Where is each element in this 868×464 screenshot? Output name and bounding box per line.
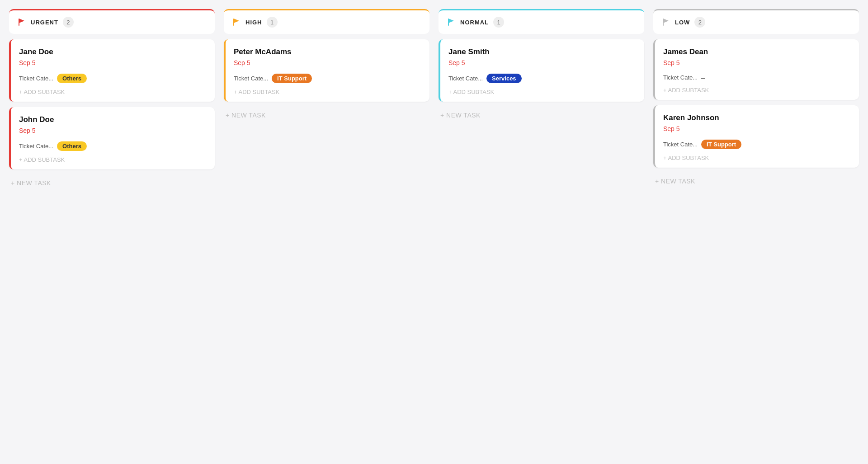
add-subtask-button[interactable]: + ADD SUBTASK [448,89,636,95]
svg-rect-3 [233,19,234,26]
card-high-0: Peter McAdamsSep 5Ticket Cate...IT Suppo… [224,39,429,102]
flag-icon-low [661,18,670,27]
card-name: Karen Johnson [663,113,851,122]
card-category: Ticket Cate...Others [19,74,207,83]
card-normal-0: Jane SmithSep 5Ticket Cate...Services+ A… [439,39,644,102]
column-count-high: 1 [267,17,278,28]
svg-rect-5 [448,19,449,26]
column-low: LOW2James DeanSep 5Ticket Cate...–+ ADD … [653,9,859,191]
flag-icon-high [232,18,241,27]
add-subtask-button[interactable]: + ADD SUBTASK [19,89,207,95]
card-category: Ticket Cate...Services [448,74,636,83]
card-name: Jane Smith [448,47,636,56]
add-subtask-button[interactable]: + ADD SUBTASK [663,87,851,94]
category-label: Ticket Cate... [663,74,698,81]
card-name: Jane Doe [19,47,207,56]
card-category: Ticket Cate...Others [19,141,207,151]
card-name: Peter McAdams [234,47,421,56]
card-date: Sep 5 [234,59,421,66]
column-urgent: URGENT2Jane DoeSep 5Ticket Cate...Others… [9,9,215,191]
category-badge[interactable]: Services [486,74,522,83]
card-date: Sep 5 [19,59,207,66]
card-name: John Doe [19,115,207,124]
column-header-urgent: URGENT2 [9,9,215,34]
card-urgent-0: Jane DoeSep 5Ticket Cate...Others+ ADD S… [9,39,215,102]
column-title-low: LOW [675,19,690,26]
column-count-normal: 1 [493,17,504,28]
column-title-urgent: URGENT [31,19,58,26]
new-task-button-normal[interactable]: + NEW TASK [439,107,644,123]
new-task-button-low[interactable]: + NEW TASK [653,173,859,189]
column-header-high: HIGH1 [224,9,429,34]
category-badge[interactable]: IT Support [272,74,312,83]
category-empty: – [701,74,705,81]
card-category: Ticket Cate...IT Support [234,74,421,83]
category-badge[interactable]: IT Support [701,140,741,149]
category-label: Ticket Cate... [19,75,53,82]
svg-marker-4 [448,19,454,23]
card-date: Sep 5 [19,127,207,134]
category-label: Ticket Cate... [19,143,53,150]
column-header-normal: NORMAL1 [439,9,644,34]
card-category: Ticket Cate...IT Support [663,140,851,149]
svg-marker-6 [663,19,669,23]
column-count-urgent: 2 [63,17,74,28]
card-date: Sep 5 [448,59,636,66]
new-task-button-high[interactable]: + NEW TASK [224,107,429,123]
add-subtask-button[interactable]: + ADD SUBTASK [663,155,851,161]
svg-marker-0 [19,19,24,23]
add-subtask-button[interactable]: + ADD SUBTASK [234,89,421,95]
column-header-low: LOW2 [653,9,859,34]
column-high: HIGH1Peter McAdamsSep 5Ticket Cate...IT … [224,9,429,191]
card-low-0: James DeanSep 5Ticket Cate...–+ ADD SUBT… [653,39,859,100]
new-task-button-urgent[interactable]: + NEW TASK [9,175,215,191]
card-name: James Dean [663,47,851,56]
category-label: Ticket Cate... [663,141,698,148]
column-title-normal: NORMAL [460,19,489,26]
add-subtask-button[interactable]: + ADD SUBTASK [19,156,207,163]
card-date: Sep 5 [663,125,851,132]
column-title-high: HIGH [245,19,262,26]
category-label: Ticket Cate... [448,75,483,82]
card-urgent-1: John DoeSep 5Ticket Cate...Others+ ADD S… [9,107,215,169]
card-low-1: Karen JohnsonSep 5Ticket Cate...IT Suppo… [653,105,859,168]
column-count-low: 2 [694,17,705,28]
flag-icon-normal [447,18,456,27]
svg-rect-7 [663,19,664,26]
category-badge[interactable]: Others [57,74,87,83]
card-category: Ticket Cate...– [663,74,851,81]
flag-icon-urgent [17,18,26,27]
category-badge[interactable]: Others [57,141,87,151]
kanban-board: URGENT2Jane DoeSep 5Ticket Cate...Others… [9,9,859,191]
svg-marker-2 [234,19,239,23]
category-label: Ticket Cate... [234,75,268,82]
card-date: Sep 5 [663,59,851,66]
column-normal: NORMAL1Jane SmithSep 5Ticket Cate...Serv… [439,9,644,191]
svg-rect-1 [19,19,19,26]
